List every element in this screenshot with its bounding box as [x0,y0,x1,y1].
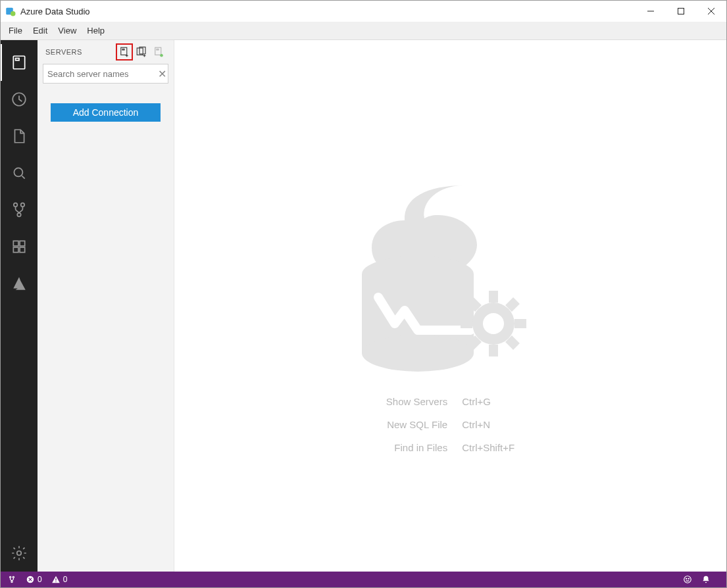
svg-rect-14 [20,241,25,246]
new-server-group-icon[interactable] [133,43,150,61]
activity-settings[interactable] [1,535,38,572]
menu-edit[interactable]: Edit [28,26,53,36]
shortcut-label: New SQL File [386,419,447,430]
status-bar: 0 0 [1,572,726,587]
add-connection-button[interactable]: Add Connection [51,103,161,122]
svg-rect-23 [157,49,159,51]
main-row: SERVERS ✕ Add Connection [1,40,726,572]
svg-point-12 [17,213,20,216]
svg-line-37 [509,301,516,308]
window-controls [636,1,726,22]
activity-extensions[interactable] [1,228,38,265]
menu-help[interactable]: Help [82,26,110,36]
search-box[interactable]: ✕ [43,64,168,84]
title-bar: Azure Data Studio [1,1,726,22]
panel-header: SERVERS [38,40,174,64]
menu-view[interactable]: View [53,26,82,36]
svg-line-35 [509,339,516,347]
shortcuts-list: Show Servers Ctrl+G New SQL File Ctrl+N … [386,396,514,453]
menu-bar: File Edit View Help [1,22,726,40]
svg-point-38 [10,576,11,577]
notifications-icon[interactable] [701,575,711,584]
add-connection-label: Add Connection [73,107,139,118]
svg-point-48 [688,578,689,579]
svg-rect-16 [20,247,25,253]
svg-rect-3 [678,9,684,14]
svg-line-36 [470,339,478,347]
status-errors-count: 0 [38,575,42,584]
activity-bar [1,40,38,572]
svg-point-39 [13,576,14,577]
svg-point-9 [14,168,22,176]
svg-point-1 [11,11,16,16]
svg-rect-7 [16,59,19,61]
panel-title: SERVERS [45,48,82,56]
status-errors[interactable]: 0 [26,575,42,584]
svg-rect-19 [122,49,124,51]
menu-file[interactable]: File [3,26,28,36]
search-input[interactable] [47,69,158,79]
svg-rect-45 [55,581,56,582]
shortcut-label: Find in Files [386,442,447,453]
remote-indicator[interactable] [7,575,16,584]
status-warnings[interactable]: 0 [51,575,68,584]
app-icon [5,5,16,17]
status-warnings-count: 0 [63,575,68,584]
minimize-button[interactable] [636,1,666,22]
activity-servers[interactable] [1,44,38,81]
activity-explorer[interactable] [1,118,38,155]
svg-point-24 [160,54,163,57]
activity-tasks[interactable] [1,81,38,118]
svg-point-29 [483,313,504,334]
activity-search[interactable] [1,155,38,191]
svg-point-27 [362,335,474,372]
feedback-icon[interactable] [683,575,692,584]
welcome-illustration [339,159,563,376]
svg-point-17 [17,551,22,556]
svg-point-10 [14,203,17,207]
svg-rect-13 [13,241,18,246]
svg-point-47 [686,578,687,579]
new-connection-icon[interactable] [116,43,133,61]
clear-search-icon[interactable]: ✕ [158,68,166,80]
activity-azure[interactable] [1,265,38,302]
svg-rect-15 [13,247,18,253]
shortcut-keys: Ctrl+N [462,419,514,430]
side-panel: SERVERS ✕ Add Connection [38,40,174,572]
shortcut-keys: Ctrl+Shift+F [462,442,514,453]
svg-line-34 [470,301,478,308]
close-button[interactable] [696,1,726,22]
shortcut-label: Show Servers [386,396,447,407]
welcome-area: Show Servers Ctrl+G New SQL File Ctrl+N … [174,40,726,572]
svg-point-46 [684,576,691,583]
maximize-button[interactable] [666,1,696,22]
shortcut-keys: Ctrl+G [462,396,514,407]
active-connections-icon[interactable] [150,43,167,61]
window-title: Azure Data Studio [20,7,90,16]
svg-rect-44 [55,578,56,581]
svg-point-40 [11,581,13,582]
activity-source-control[interactable] [1,191,38,228]
svg-point-11 [21,203,24,207]
